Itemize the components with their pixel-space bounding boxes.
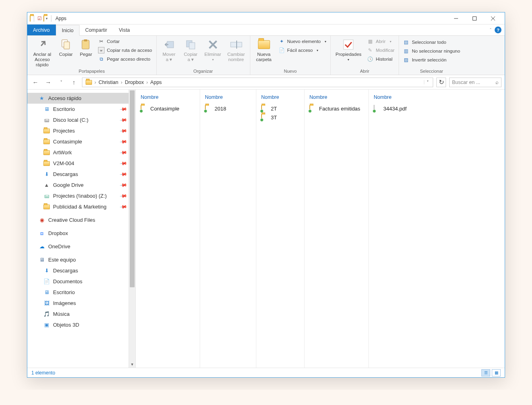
list-item[interactable]: Contasimple	[138, 104, 197, 113]
tab-archivo[interactable]: Archivo	[27, 25, 56, 35]
navigation-pane: ★Acceso rápido 🖥Escritorio📌 🖴Disco local…	[27, 90, 136, 368]
tree-item[interactable]: Publicidad & Marketing📌	[27, 201, 135, 212]
abrir-button[interactable]: ▦Abrir▾	[365, 37, 396, 45]
close-button[interactable]	[484, 12, 502, 25]
folder-icon	[43, 129, 50, 133]
facil-acceso-button[interactable]: 📄Fácil acceso▾	[277, 46, 328, 54]
maximize-button[interactable]	[465, 12, 484, 25]
svg-rect-6	[82, 40, 89, 49]
tree-creative-cloud[interactable]: ◉Creative Cloud Files	[27, 215, 135, 225]
copiar-button[interactable]: Copiar	[56, 37, 76, 57]
tree-quick-access[interactable]: ★Acceso rápido	[27, 93, 135, 104]
nuevo-elemento-button[interactable]: ✦Nuevo elemento▾	[277, 37, 328, 45]
seleccionar-todo-button[interactable]: ▤Seleccionar todo	[401, 38, 462, 46]
tree-item[interactable]: 🖥Escritorio	[27, 287, 135, 298]
column-header[interactable]: Nombre	[259, 93, 302, 104]
qat-properties-icon[interactable]: ☑	[37, 16, 42, 21]
eliminar-button[interactable]: Eliminar ▾	[203, 37, 223, 61]
column-3: Nombre 2T 3T	[256, 90, 305, 368]
scroll-thumb[interactable]	[130, 90, 135, 287]
list-item[interactable]: 3T	[259, 113, 302, 122]
folder-icon	[43, 16, 44, 21]
tree-dropbox[interactable]: ⧈Dropbox	[27, 228, 135, 239]
status-bar: 1 elemento ☰ ▦	[27, 368, 505, 377]
tree-scrollbar[interactable]: ▲ ▼	[129, 90, 135, 368]
invertir-seleccion-button[interactable]: ▨Invertir selección	[401, 56, 462, 64]
back-button[interactable]: ←	[31, 79, 40, 86]
modificar-button[interactable]: ✎Modificar	[365, 46, 396, 54]
select-all-icon: ▤	[403, 39, 409, 45]
sync-icon	[260, 118, 264, 122]
svg-rect-7	[84, 39, 87, 41]
tab-inicio[interactable]: Inicio	[56, 25, 80, 36]
list-item[interactable]: 2018	[203, 104, 254, 113]
pegar-acceso-button[interactable]: ⧉Pegar acceso directo	[96, 55, 154, 63]
seleccionar-ninguno-button[interactable]: ▥No seleccionar ninguno	[401, 47, 462, 55]
propiedades-button[interactable]: Propiedades ▾	[333, 37, 364, 61]
help-icon[interactable]: ?	[495, 27, 501, 33]
column-header[interactable]: Nombre	[307, 93, 366, 104]
historial-button[interactable]: 🕓Historial	[365, 55, 396, 63]
tree-item[interactable]: ▣Objetos 3D	[27, 319, 135, 330]
tree-this-pc[interactable]: 🖥Este equipo	[27, 254, 135, 265]
copiar-ruta-button[interactable]: wCopiar ruta de acceso	[96, 46, 154, 54]
mover-a-button[interactable]: Mover a ▾	[159, 37, 179, 62]
anclar-button[interactable]: Anclar al Acceso rápido	[30, 37, 55, 68]
pegar-button[interactable]: Pegar	[77, 37, 95, 57]
open-icon: ▦	[367, 38, 373, 45]
column-header[interactable]: Nombre	[203, 93, 254, 104]
details-view-button[interactable]: ☰	[481, 369, 490, 376]
address-dropdown-icon[interactable]: ˅	[424, 80, 431, 84]
address-bar[interactable]: › Christian › Dropbox › Apps ˅	[82, 78, 433, 87]
tree-item[interactable]: 🎵Música	[27, 309, 135, 319]
minimize-button[interactable]	[447, 12, 465, 25]
nueva-carpeta-button[interactable]: Nueva carpeta	[253, 37, 275, 62]
search-box[interactable]: Buscar en ... ⌕	[449, 78, 501, 87]
sync-icon	[139, 109, 143, 113]
recent-dropdown-icon[interactable]: ˅	[56, 80, 66, 84]
column-header[interactable]: Nombre	[371, 93, 502, 104]
column-2: Nombre 2018	[200, 90, 256, 368]
tree-onedrive[interactable]: ☁OneDrive	[27, 241, 135, 252]
cambiar-nombre-button[interactable]: Cambiar nombre	[225, 37, 248, 62]
cortar-button[interactable]: ✂Cortar	[96, 37, 154, 45]
refresh-button[interactable]: ↻	[436, 78, 446, 87]
ribbon-group-seleccionar: ▤Seleccionar todo ▥No seleccionar ningun…	[399, 36, 464, 75]
tree-item[interactable]: ▲Google Drive📌	[27, 180, 135, 190]
forward-button[interactable]: →	[43, 79, 53, 86]
tree-item[interactable]: 🖴Projectes (\\naboo) (Z:)📌	[27, 190, 135, 201]
status-text: 1 elemento	[31, 370, 55, 376]
scroll-down-icon[interactable]: ▼	[129, 361, 135, 368]
tree-item[interactable]: 🖼Imágenes	[27, 298, 135, 309]
copiar-a-button[interactable]: Copiar a ▾	[181, 37, 201, 62]
tree-item[interactable]: ArtWork📌	[27, 147, 135, 158]
address-bar-row: ← → ˅ ↑ › Christian › Dropbox › Apps ˅ ↻…	[27, 75, 505, 90]
tab-compartir[interactable]: Compartir	[80, 25, 113, 35]
folder-icon	[43, 139, 50, 144]
icons-view-button[interactable]: ▦	[492, 369, 501, 376]
collapse-ribbon-icon[interactable]: ˆ	[490, 28, 491, 33]
select-none-icon: ▥	[403, 48, 409, 54]
tree-item[interactable]: V2M-004📌	[27, 158, 135, 169]
up-button[interactable]: ↑	[69, 79, 79, 86]
tree-item[interactable]: ⬇Descargas📌	[27, 169, 135, 180]
list-item[interactable]: 34434.pdf	[371, 104, 502, 113]
tree-item[interactable]: ⬇Descargas	[27, 265, 135, 276]
scissors-icon: ✂	[98, 38, 104, 45]
list-item[interactable]: Facturas emitidas	[307, 104, 366, 113]
breadcrumb-item[interactable]: Apps	[148, 80, 164, 85]
tab-vista[interactable]: Vista	[113, 25, 136, 35]
tree-item[interactable]: 🖴Disco local (C:)📌	[27, 115, 135, 125]
breadcrumb-item[interactable]: Christian	[96, 80, 121, 85]
list-item[interactable]: 2T	[259, 104, 302, 113]
column-header[interactable]: Nombre	[138, 93, 197, 104]
tree-item[interactable]: 📄Documentos	[27, 276, 135, 287]
qat-dropdown-icon[interactable]: ▾	[46, 16, 48, 20]
explorer-body: ★Acceso rápido 🖥Escritorio📌 🖴Disco local…	[27, 90, 505, 368]
disk-icon: 🖴	[43, 117, 50, 123]
folder-icon	[30, 16, 31, 21]
tree-item[interactable]: 🖥Escritorio📌	[27, 104, 135, 115]
tree-item[interactable]: Contasimple📌	[27, 136, 135, 147]
tree-item[interactable]: Projectes📌	[27, 125, 135, 136]
breadcrumb-item[interactable]: Dropbox	[123, 80, 146, 85]
